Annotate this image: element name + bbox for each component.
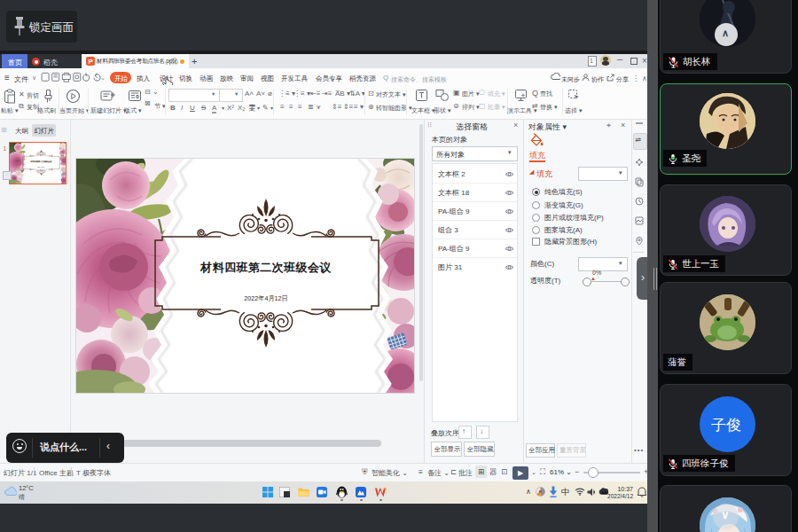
svg-text:材料四班第二次班级会议: 材料四班第二次班级会议 bbox=[200, 261, 332, 274]
svg-text:2022年4月12日: 2022年4月12日 bbox=[244, 294, 288, 302]
